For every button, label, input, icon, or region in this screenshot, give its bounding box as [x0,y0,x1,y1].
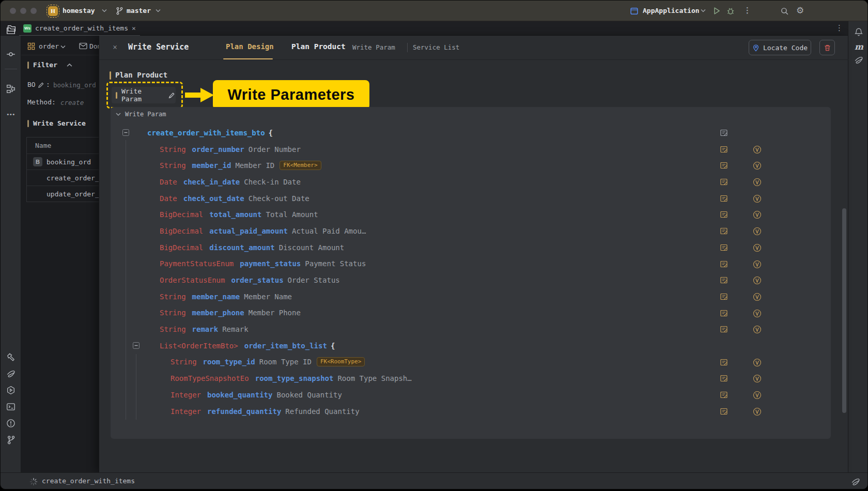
window-minimize-button[interactable] [20,8,26,14]
validate-icon[interactable] [753,145,762,154]
terminal-icon[interactable] [6,402,16,411]
edit-note-icon[interactable] [720,260,728,268]
validate-icon[interactable] [753,407,762,416]
edit-note-icon[interactable] [720,210,728,219]
validate-icon[interactable] [753,358,762,367]
tab-close-icon[interactable]: × [132,24,136,32]
table-row[interactable]: B booking_ord [27,154,99,170]
commit-icon[interactable] [6,50,16,59]
validate-icon[interactable] [753,325,762,334]
notifications-bell-icon[interactable] [854,27,863,37]
edit-note-icon[interactable] [720,227,728,235]
search-icon[interactable] [780,7,789,16]
tree-row[interactable]: Integer refunded_quantity Refunded Quant… [111,403,831,420]
method-field-value[interactable]: create [60,99,84,106]
collapse-toggle-icon[interactable] [133,342,140,349]
write-param-button[interactable]: Write Param [112,87,176,103]
tree-row[interactable]: String member_phone Member Phone [111,305,831,321]
edit-note-icon[interactable] [720,325,728,333]
edit-note-icon[interactable] [720,358,728,366]
edit-note-icon[interactable] [720,309,728,317]
git-tool-icon[interactable] [6,435,16,444]
build-hammer-icon[interactable] [6,352,16,362]
edit-note-icon[interactable] [720,407,728,416]
tab-service-list[interactable]: Service List [413,43,459,51]
validate-icon[interactable] [753,309,762,318]
tree-row[interactable]: Date check_in_date Check-in Date [111,174,831,190]
structure-icon[interactable] [6,84,16,94]
panel-close-icon[interactable]: × [113,42,117,53]
project-folder-icon[interactable] [6,26,16,35]
collapse-chevron-up-icon[interactable] [67,63,72,67]
tab-options-kebab-icon[interactable]: ⋮ [835,23,843,33]
edit-note-icon[interactable] [720,161,728,170]
tree-row[interactable]: String remark Remark [111,321,831,337]
tree-row[interactable]: RoomTypeSnapshotEo room_type_snapshot Ro… [111,370,831,387]
tab-write-param[interactable]: Write Param [352,43,395,51]
tree-row[interactable]: String member_name Member Name [111,288,831,305]
tree-collapse-header[interactable]: Write Param [116,111,166,118]
run-button-icon[interactable] [712,6,721,16]
ai-assistant-icon[interactable] [6,369,16,378]
services-icon[interactable] [6,386,16,395]
edit-note-icon[interactable] [720,243,728,252]
edit-note-icon[interactable] [720,293,728,301]
edit-note-icon[interactable] [720,391,728,399]
locate-code-button[interactable]: Locate Code [749,40,811,55]
tree-row[interactable]: Integer booked_quantity Booked Quantity [111,387,831,403]
domain-tab-label[interactable]: Dom [89,42,99,50]
settings-gear-icon[interactable]: ⚙ [796,5,804,16]
branch-selector[interactable]: master [127,7,151,14]
validate-icon[interactable] [753,161,762,170]
validate-icon[interactable] [753,243,762,252]
validate-icon[interactable] [753,260,762,269]
delete-button[interactable] [819,40,835,55]
validate-icon[interactable] [753,293,762,301]
collapse-toggle-icon[interactable] [122,129,129,136]
problems-icon[interactable] [6,419,16,428]
tree-row[interactable]: BigDecimal total_amount Total Amount [111,206,831,223]
tree-row[interactable]: BigDecimal actual_paid_amount Actual Pai… [111,223,831,239]
table-row[interactable]: create_order_ [27,170,99,186]
run-configuration-selector[interactable]: AppApplication [643,7,700,14]
domain-envelope-icon[interactable] [79,42,87,50]
ai-assistant-icon[interactable] [854,55,863,65]
ai-assistant-icon[interactable] [851,477,860,486]
tree-row[interactable]: List<OrderItemBto> order_item_bto_list { [111,337,831,354]
tree-row[interactable]: create_order_with_items_bto { [111,125,831,141]
tree-row[interactable]: PaymentStatusEnum payment_status Payment… [111,256,831,272]
edit-note-icon[interactable] [720,145,728,154]
validate-icon[interactable] [753,391,762,400]
edit-note-icon[interactable] [720,129,728,137]
more-tool-windows-icon[interactable]: ••• [7,111,16,119]
validate-icon[interactable] [753,210,762,219]
tab-plan-product[interactable]: Plan Product [291,42,346,51]
window-close-button[interactable] [10,8,16,14]
project-selector[interactable]: homestay [63,7,95,14]
edit-pencil-icon[interactable] [38,82,44,88]
window-zoom-button[interactable] [30,8,37,14]
more-actions-kebab-icon[interactable]: ⋮ [743,6,751,15]
debug-button-icon[interactable] [726,6,735,16]
validate-icon[interactable] [753,276,762,285]
tree-row[interactable]: Date check_out_date Check-out Date [111,190,831,207]
editor-tab-create-order-with-items[interactable]: Ws create_order_with_items × [19,21,140,36]
module-selector[interactable]: order [39,42,59,50]
edit-note-icon[interactable] [720,276,728,284]
validate-icon[interactable] [753,227,762,236]
bo-field-value[interactable]: booking_ord [53,81,96,89]
validate-icon[interactable] [753,374,762,383]
tab-plan-design[interactable]: Plan Design [226,42,274,51]
table-row[interactable]: update_order_ [27,186,99,202]
tree-row[interactable]: String room_type_id Room Type ID FK<Room… [111,354,831,371]
edit-note-icon[interactable] [720,194,728,203]
edit-note-icon[interactable] [720,178,728,186]
tree-row[interactable]: String order_number Order Number [111,141,831,158]
vertical-scrollbar[interactable] [842,208,846,413]
maven-icon[interactable]: m [855,42,863,52]
tree-row[interactable]: BigDecimal discount_amount Discount Amou… [111,239,831,256]
validate-icon[interactable] [753,178,762,187]
tree-row[interactable]: OrderStatusEnum order_status Order Statu… [111,272,831,288]
edit-note-icon[interactable] [720,374,728,382]
tree-row[interactable]: String member_id Member ID FK<Member> [111,157,831,174]
